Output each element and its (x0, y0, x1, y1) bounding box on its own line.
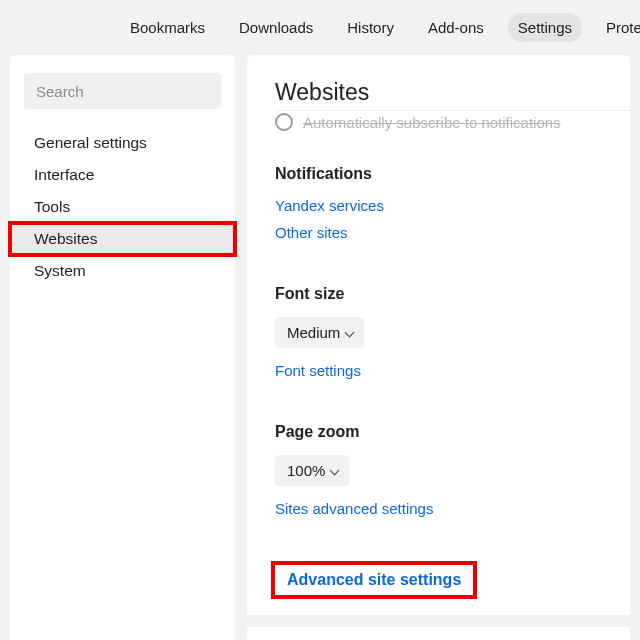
sidebar-item-interface[interactable]: Interface (10, 159, 235, 191)
advanced-site-settings-wrap: Advanced site settings (275, 565, 473, 595)
link-font-settings[interactable]: Font settings (275, 362, 361, 379)
main-panel: Websites Automatically subscribe to noti… (247, 55, 630, 640)
notifications-title: Notifications (275, 165, 630, 183)
topnav-item-bookmarks[interactable]: Bookmarks (120, 13, 215, 42)
sidebar-item-tools[interactable]: Tools (10, 191, 235, 223)
next-card-peek (247, 627, 630, 640)
page-title: Websites (275, 79, 630, 106)
chevron-down-icon (331, 467, 339, 475)
sidebar: General settings Interface Tools Website… (10, 55, 235, 640)
sidebar-item-general[interactable]: General settings (10, 127, 235, 159)
fontsize-select[interactable]: Medium (275, 317, 364, 348)
topnav-item-history[interactable]: History (337, 13, 404, 42)
auto-subscribe-row[interactable]: Automatically subscribe to notifications (275, 113, 630, 131)
chevron-down-icon (346, 329, 354, 337)
fontsize-title: Font size (275, 285, 630, 303)
link-yandex-services[interactable]: Yandex services (275, 197, 384, 214)
link-sites-advanced[interactable]: Sites advanced settings (275, 500, 433, 517)
pagezoom-select[interactable]: 100% (275, 455, 349, 486)
sidebar-item-websites[interactable]: Websites (10, 223, 235, 255)
top-nav: Bookmarks Downloads History Add-ons Sett… (0, 0, 640, 55)
link-advanced-site-settings[interactable]: Advanced site settings (287, 571, 461, 588)
auto-subscribe-label: Automatically subscribe to notifications (303, 114, 561, 131)
search-input[interactable] (24, 73, 221, 109)
sidebar-item-system[interactable]: System (10, 255, 235, 287)
topnav-item-settings[interactable]: Settings (508, 13, 582, 42)
topnav-item-downloads[interactable]: Downloads (229, 13, 323, 42)
link-other-sites[interactable]: Other sites (275, 224, 348, 241)
pagezoom-title: Page zoom (275, 423, 630, 441)
pagezoom-value: 100% (287, 462, 325, 479)
topnav-item-protect[interactable]: Protect (596, 13, 640, 42)
fontsize-value: Medium (287, 324, 340, 341)
radio-icon (275, 113, 293, 131)
topnav-item-addons[interactable]: Add-ons (418, 13, 494, 42)
